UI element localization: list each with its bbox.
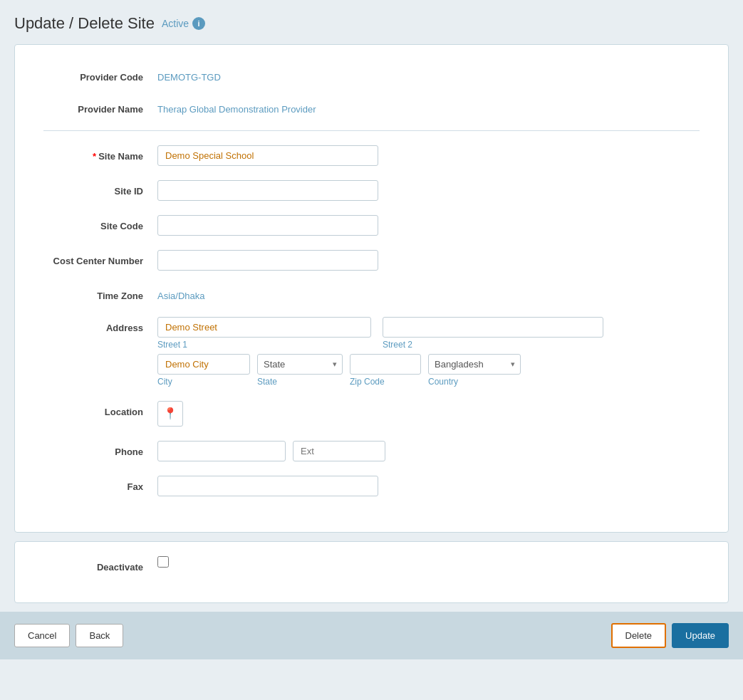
deactivate-checkbox[interactable] (157, 556, 169, 568)
phone-row: Phone (43, 441, 700, 461)
zipcode-input[interactable] (350, 354, 421, 375)
footer-left: Cancel Back (14, 624, 123, 647)
site-name-input[interactable] (157, 145, 378, 166)
cost-center-row: Cost Center Number (43, 250, 700, 271)
fax-row: Fax (43, 476, 700, 496)
site-code-row: Site Code (43, 215, 700, 236)
info-icon[interactable]: i (192, 17, 205, 30)
state-label: State (257, 377, 343, 387)
street1-input[interactable] (157, 317, 371, 338)
cancel-button[interactable]: Cancel (14, 624, 70, 647)
street2-group: Street 2 (383, 317, 603, 350)
page-title: Update / Delete Site Active i (14, 14, 729, 33)
state-select[interactable]: State (257, 354, 343, 375)
phone-section (157, 441, 385, 461)
site-id-input[interactable] (157, 180, 378, 201)
status-badge: Active i (162, 17, 205, 30)
provider-code-value: DEMOTG-TGD (157, 66, 221, 83)
country-group: Bangladesh ▾ Country (428, 354, 521, 387)
delete-button[interactable]: Delete (611, 623, 667, 648)
deactivate-card: Deactivate (14, 541, 729, 603)
phone-input[interactable] (157, 441, 286, 461)
provider-name-row: Provider Name Therap Global Demonstratio… (43, 98, 700, 116)
location-pin-icon: 📍 (163, 407, 177, 420)
timezone-row: Time Zone Asia/Dhaka (43, 285, 700, 303)
site-code-input[interactable] (157, 215, 378, 236)
deactivate-checkbox-label (157, 556, 169, 568)
timezone-label: Time Zone (43, 285, 157, 303)
site-id-label: Site ID (43, 180, 157, 198)
address-row2: City State ▾ State Zip Code (157, 354, 603, 387)
provider-code-label: Provider Code (43, 66, 157, 84)
provider-name-label: Provider Name (43, 98, 157, 116)
country-select-wrapper: Bangladesh ▾ (428, 354, 521, 375)
location-button[interactable]: 📍 (157, 401, 183, 427)
zipcode-group: Zip Code (350, 354, 421, 387)
deactivate-label: Deactivate (43, 556, 157, 574)
site-code-label: Site Code (43, 215, 157, 233)
country-select[interactable]: Bangladesh (428, 354, 521, 375)
city-input[interactable] (157, 354, 250, 375)
location-label: Location (43, 401, 157, 419)
ext-input[interactable] (293, 441, 385, 461)
fax-input[interactable] (157, 476, 378, 496)
street2-label: Street 2 (383, 340, 603, 350)
timezone-value: Asia/Dhaka (157, 285, 204, 301)
cost-center-label: Cost Center Number (43, 250, 157, 268)
state-group: State ▾ State (257, 354, 343, 387)
update-button[interactable]: Update (672, 623, 729, 648)
site-id-row: Site ID (43, 180, 700, 201)
cost-center-input[interactable] (157, 250, 378, 271)
street1-label: Street 1 (157, 340, 371, 350)
provider-code-row: Provider Code DEMOTG-TGD (43, 66, 700, 84)
provider-name-value: Therap Global Demonstration Provider (157, 98, 316, 115)
site-name-label: *Site Name (43, 145, 157, 163)
city-label: City (157, 377, 250, 387)
address-row1: Street 1 Street 2 (157, 317, 603, 350)
address-label: Address (43, 317, 157, 335)
deactivate-row: Deactivate (43, 556, 700, 574)
country-label: Country (428, 377, 521, 387)
main-form-card: Provider Code DEMOTG-TGD Provider Name T… (14, 44, 729, 533)
street2-input[interactable] (383, 317, 603, 338)
street1-group: Street 1 (157, 317, 371, 350)
address-section: Street 1 Street 2 City (157, 317, 603, 387)
back-button[interactable]: Back (76, 624, 123, 647)
footer-right: Delete Update (611, 623, 729, 648)
city-group: City (157, 354, 250, 387)
phone-label: Phone (43, 441, 157, 459)
footer-bar: Cancel Back Delete Update (0, 612, 743, 659)
site-name-row: *Site Name (43, 145, 700, 166)
zipcode-label: Zip Code (350, 377, 421, 387)
location-row: Location 📍 (43, 401, 700, 427)
state-select-wrapper: State ▾ (257, 354, 343, 375)
fax-label: Fax (43, 476, 157, 493)
address-row: Address Street 1 Street 2 City (43, 317, 700, 387)
